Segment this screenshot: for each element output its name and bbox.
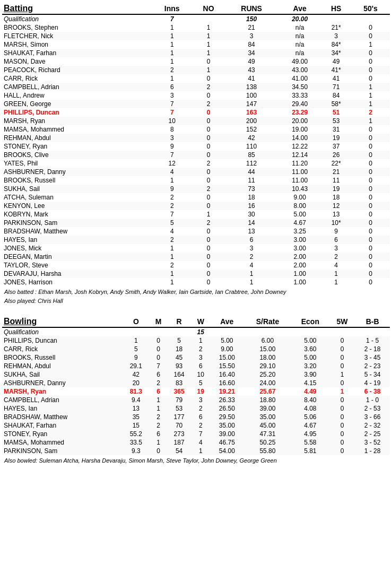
cell-value: 5 [151, 219, 193, 227]
cell-value: 0 [193, 57, 224, 66]
batting-section: Batting Inns NO RUNS Ave HS 50's Qualifi… [0, 0, 392, 308]
cell-value: 6 [321, 236, 351, 244]
table-row: BROOKS, Stephen1121n/a21*0 [2, 23, 390, 32]
table-row: PEACOCK, Richard214343.0041*0 [2, 66, 390, 74]
cell-value: 19.21 [210, 387, 245, 396]
cell-value: 2 - 23 [355, 362, 390, 370]
cell-value: 43 [224, 66, 278, 74]
player-name: STONEY, Ryan [2, 142, 151, 151]
cell-value: 20 [122, 379, 150, 387]
player-name: SUKHA, Sail [2, 185, 151, 193]
table-row: MAMSA, Mohammed8015219.00310 [2, 125, 390, 134]
table-row: JONES, Harrison1011.0010 [2, 278, 390, 286]
bqual-bb [355, 327, 390, 336]
cell-value: 1 [193, 66, 224, 74]
cell-value: 2 [193, 100, 224, 108]
cell-value: 0 [329, 430, 355, 438]
cell-value: 47.31 [244, 430, 291, 438]
player-name: MASON, Dave [2, 57, 151, 66]
cell-value: 0 [329, 379, 355, 387]
cell-value: 3 [191, 396, 210, 404]
bqual-ave [210, 327, 245, 336]
bcol-o: O [122, 316, 150, 327]
cell-value: 0 [329, 447, 355, 455]
cell-value: 3.90 [291, 370, 329, 379]
cell-value: 21 [224, 23, 278, 32]
cell-value: 1 [193, 40, 224, 49]
cell-value: 37 [321, 142, 351, 151]
table-row: ASHBURNER, Danny404411.00210 [2, 168, 390, 176]
cell-value: 0 [329, 353, 355, 362]
cell-value: 1 [150, 396, 167, 404]
table-row: CARR, Rick501829.0015.003.6002 - 18 [2, 345, 390, 353]
cell-value: 4.49 [291, 387, 329, 396]
cell-value: 1 [351, 83, 390, 91]
cell-value: 21 [321, 168, 351, 176]
cell-value: 2 - 25 [355, 430, 390, 438]
cell-value: 18 [224, 193, 278, 202]
table-row: ASHBURNER, Danny20283516.6024.004.1504 -… [2, 379, 390, 387]
cell-value: 1 [191, 447, 210, 455]
bqual-m [150, 327, 167, 336]
cell-value: 39.00 [210, 430, 245, 438]
bowling-title: Bowling [2, 316, 122, 327]
cell-value: 93 [167, 362, 191, 370]
cell-value: 0 [351, 142, 390, 151]
cell-value: 0 [351, 159, 390, 168]
cell-value: 13 [321, 210, 351, 219]
col-50s: 50's [351, 3, 390, 14]
cell-value: 0 [193, 108, 224, 117]
cell-value: 0 [193, 193, 224, 202]
cell-value: 41 [321, 74, 351, 83]
cell-value: n/a [278, 32, 321, 40]
player-name: CAMPBELL, Adrian [2, 83, 151, 91]
cell-value: 2 [193, 83, 224, 91]
table-row: BRADSHAW, Matthew352177629.5035.005.0603… [2, 413, 390, 421]
cell-value: 0 [193, 270, 224, 278]
cell-value: 42 [122, 370, 150, 379]
cell-value: 5.00 [291, 353, 329, 362]
cell-value: 54 [167, 447, 191, 455]
qual-ave: 20.00 [278, 14, 321, 23]
bowling-section: Bowling O M R W Ave S/Rate Econ 5W B-B Q… [0, 313, 392, 467]
cell-value: 0 [329, 345, 355, 353]
cell-value: 2 [151, 193, 193, 202]
cell-value: 18.80 [244, 396, 291, 404]
player-name: CARR, Rick [2, 74, 151, 83]
cell-value: 365 [167, 387, 191, 396]
cell-value: 3 - 52 [355, 438, 390, 447]
cell-value: 3.00 [278, 236, 321, 244]
cell-value: 12 [321, 202, 351, 210]
cell-value: 11 [321, 176, 351, 185]
cell-value: 6 [150, 370, 167, 379]
batting-table: Batting Inns NO RUNS Ave HS 50's Qualifi… [2, 3, 390, 286]
cell-value: 0 [351, 278, 390, 286]
cell-value: 50.25 [244, 438, 291, 447]
cell-value: 164 [167, 370, 191, 379]
cell-value: 0 [351, 125, 390, 134]
cell-value: 34 [224, 49, 278, 57]
qual-label: Qualification [2, 14, 151, 23]
cell-value: 0 [351, 57, 390, 66]
cell-value: 1 [151, 23, 193, 32]
table-row: MARSH, Simon1184n/a84*1 [2, 40, 390, 49]
table-row: SUKHA, Sail4261641016.4025.203.9015 - 34 [2, 370, 390, 379]
cell-value: 12.14 [278, 151, 321, 159]
table-row: SUKHA, Sail927310.43190 [2, 185, 390, 193]
cell-value: 9 [151, 142, 193, 151]
cell-value: 110 [224, 142, 278, 151]
cell-value: 0 [193, 278, 224, 286]
cell-value: 14.00 [278, 134, 321, 142]
table-row: MASON, Dave104949.00490 [2, 57, 390, 66]
cell-value: 0 [150, 345, 167, 353]
bcol-econ: Econ [291, 316, 329, 327]
player-name: PHILLIPS, Duncan [2, 108, 151, 117]
cell-value: 16.60 [210, 379, 245, 387]
cell-value: 31 [321, 125, 351, 134]
cell-value: 22* [321, 159, 351, 168]
cell-value: 5 [191, 379, 210, 387]
qual-50s [351, 14, 390, 23]
player-name: HAYES, Ian [2, 236, 151, 244]
qual-inns: 7 [151, 14, 193, 23]
bcol-bb: B-B [355, 316, 390, 327]
